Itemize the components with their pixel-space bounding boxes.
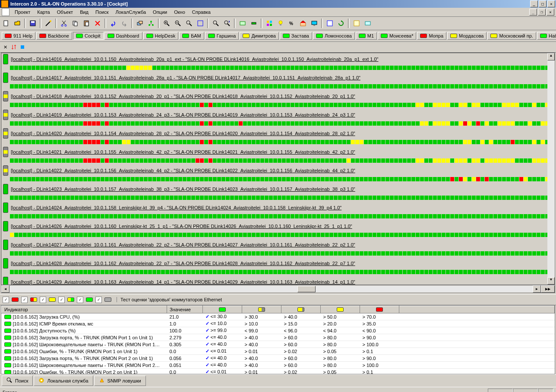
cut-button[interactable]	[59, 18, 69, 28]
new-button[interactable]	[1, 18, 11, 28]
col-threshold-3[interactable]	[321, 306, 360, 313]
open-button[interactable]	[12, 18, 22, 28]
probe-row[interactable]: [localhost] - DLink14028_Aviastroitelei_…	[1, 257, 546, 269]
pin-button[interactable]	[19, 44, 26, 51]
close-button[interactable]: ✕	[547, 0, 555, 7]
hscrollbar[interactable]: ◄ ► ▶▶	[1, 285, 555, 293]
maximize-button[interactable]: □	[539, 0, 547, 7]
filter-green-check[interactable]: ✓	[77, 297, 83, 303]
mdi-minimize-button[interactable]: _	[529, 9, 537, 16]
menu-проект[interactable]: Проект	[11, 9, 34, 16]
percent-button[interactable]: %	[287, 18, 297, 28]
menu-поиск[interactable]: Поиск	[92, 9, 112, 16]
sort-button[interactable]	[10, 44, 17, 51]
probe-row[interactable]: [localhost] - DLink14029_Aviastroitelei_…	[1, 276, 546, 285]
grid-row[interactable]: [10.0.6.162] Загрузка CPU, (%)21.0✓ <= 3…	[2, 313, 555, 320]
wand-button[interactable]	[43, 18, 54, 28]
tab-м1[interactable]: М1	[356, 32, 377, 40]
bottom-tab-service[interactable]: Локальная служба	[34, 376, 93, 386]
bottom-tab-search[interactable]: Поиск	[2, 376, 33, 386]
col-threshold-2[interactable]	[281, 306, 321, 313]
probe-row[interactable]: [localhost] - DLink14021_Aviastroitelei_…	[1, 146, 546, 158]
probe-row[interactable]: [localhost] - DLink14026_Aviastroitelei_…	[1, 220, 546, 232]
home-button[interactable]	[298, 18, 308, 28]
grid-row[interactable]: [10.0.6.162] Широковещательные пакеты - …	[2, 362, 555, 369]
probe-row[interactable]: [localhost] - DLink14022_Aviastroitelei_…	[1, 164, 546, 177]
tab-helpdesk[interactable]: HelpDesk	[143, 32, 179, 40]
menu-опции[interactable]: Опции	[149, 9, 171, 16]
probe-row[interactable]: [localhost] - DLink14017_Aviastroitelei_…	[1, 72, 546, 84]
copy-button[interactable]	[70, 18, 80, 28]
tab-гаршина[interactable]: Гаршина	[205, 32, 239, 40]
bulb-button[interactable]	[275, 18, 286, 28]
refresh-button[interactable]	[336, 18, 346, 28]
probe-row[interactable]: [localhost] - DLink14019_Aviastroitelei_…	[1, 109, 546, 121]
filter-yg-check[interactable]: ✓	[58, 297, 65, 303]
menu-справка[interactable]: Справка	[189, 9, 214, 16]
menu-карта[interactable]: Карта	[34, 9, 53, 16]
paste-button[interactable]	[81, 18, 92, 28]
tab-наб-авиастро[interactable]: Наб.Авиастро	[537, 32, 556, 40]
col-threshold-0[interactable]	[203, 306, 242, 313]
col-threshold-4[interactable]	[360, 306, 399, 313]
find-button[interactable]	[211, 18, 221, 28]
filter-ry-check[interactable]: ✓	[21, 297, 28, 303]
menu-объект[interactable]: Объект	[54, 9, 76, 16]
minimize-button[interactable]: _	[530, 0, 538, 7]
grid-row[interactable]: [10.0.6.162] Широковещательные пакеты - …	[2, 341, 555, 348]
close-view-button[interactable]: ✕	[2, 44, 9, 51]
grid-row[interactable]: [10.0.6.162] Доступность (%)100.0✓ >= 99…	[2, 327, 555, 334]
tab-ломоносова[interactable]: Ломоносова	[313, 32, 355, 40]
tool-c-button[interactable]	[325, 18, 335, 28]
menu-вид[interactable]: Вид	[76, 9, 92, 16]
probe-row[interactable]: [localhost] - DLink14018_Aviastroitelei_…	[1, 90, 546, 102]
filter-gray-check[interactable]: ✓	[95, 297, 102, 303]
tab-мордасова[interactable]: Мордасова	[447, 32, 486, 40]
tab-dashboard[interactable]: Dashboard	[104, 32, 142, 40]
col-indicator[interactable]: Индикатор	[2, 306, 167, 313]
probe-row[interactable]: [localhost] - DLink14024_Aviastroitelei_…	[1, 202, 546, 214]
tool-a-button[interactable]	[237, 18, 248, 28]
col-value[interactable]: Значение	[167, 306, 203, 313]
tab-мопра[interactable]: Мопра	[417, 32, 446, 40]
tool-b-button[interactable]	[249, 18, 259, 28]
indicator-grid[interactable]: ИндикаторЗначение[10.0.6.162] Загрузка C…	[1, 305, 555, 374]
tab-backbone[interactable]: Backbone	[36, 32, 72, 40]
tab-московский-пр-[interactable]: Московский пр.	[487, 32, 536, 40]
menu-локалслужба[interactable]: ЛокалСлужба	[112, 9, 150, 16]
zoom-in-button[interactable]	[161, 18, 172, 28]
dashboard-button[interactable]	[264, 18, 275, 28]
vscrollbar[interactable]: ▲ ▼	[547, 53, 555, 285]
probe-row[interactable]: [localhost] - DLink14023_Aviastroitelei_…	[1, 183, 546, 195]
grid-row[interactable]: [10.0.6.162] Загрузка порта, % - TRUNK (…	[2, 334, 555, 341]
tab-димитрова[interactable]: Димитрова	[240, 32, 278, 40]
undo-button[interactable]	[108, 18, 118, 28]
probe-row[interactable]: [localhost] - DLink14027_Aviastroitelei_…	[1, 239, 546, 251]
grid-row[interactable]: [10.0.6.162] ICMP Время отклика, мс1.0✓ …	[2, 320, 555, 327]
grid-row[interactable]: [10.0.6.162] Ошибки, % - TRUNK (RMON Por…	[2, 369, 555, 375]
grid-row[interactable]: [10.0.6.162] Ошибки, % - TRUNK (RMON Por…	[2, 348, 555, 355]
grid-row[interactable]: [10.0.6.162] Загрузка порта, % - TRUNK (…	[2, 355, 555, 362]
tab-cockpit[interactable]: Cockpit	[73, 32, 104, 40]
fullscreen-button[interactable]	[195, 18, 205, 28]
filter-red-check[interactable]: ✓	[3, 297, 9, 303]
redo-button[interactable]	[119, 18, 130, 28]
bottom-tab-snmp[interactable]: SNMP ловушки	[94, 376, 146, 386]
save-button[interactable]	[28, 18, 38, 28]
tab-бам[interactable]: БАМ	[179, 32, 204, 40]
layers-button[interactable]	[135, 18, 145, 28]
mdi-close-button[interactable]: ✕	[547, 9, 554, 16]
find-next-button[interactable]	[222, 18, 232, 28]
tool-e-button[interactable]	[363, 18, 373, 28]
zoom-out-button[interactable]	[173, 18, 183, 28]
tab-911-help[interactable]: 911 Help	[2, 32, 35, 40]
mdi-restore-button[interactable]: ❐	[538, 9, 546, 16]
screen-button[interactable]	[309, 18, 319, 28]
menu-окно[interactable]: Окно	[171, 9, 189, 16]
network-button[interactable]	[146, 18, 156, 28]
probe-row[interactable]: [localhost] - DLink14016_Aviastroitelei_…	[1, 53, 546, 65]
tab-застава[interactable]: Застава	[280, 32, 312, 40]
col-threshold-1[interactable]	[242, 306, 281, 313]
zoom-fit-button[interactable]	[184, 18, 194, 28]
probe-row[interactable]: [localhost] - DLink14020_Aviastroitelei_…	[1, 127, 546, 139]
